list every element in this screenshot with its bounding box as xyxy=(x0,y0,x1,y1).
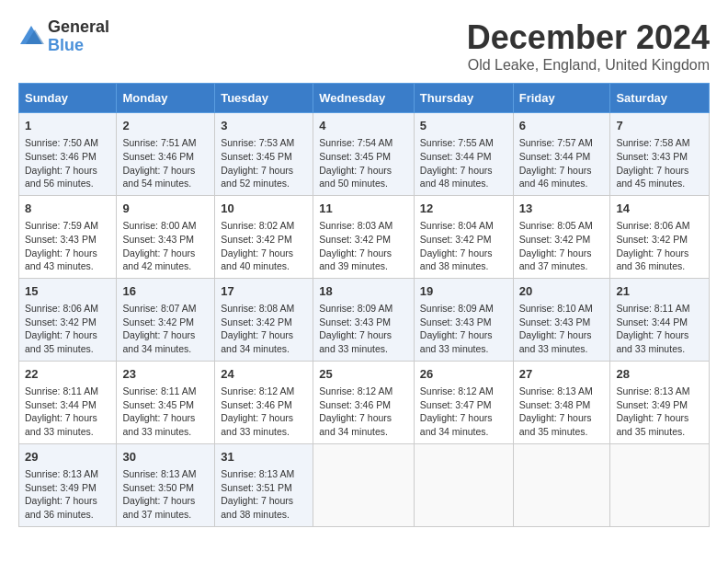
sunset-label: Sunset: 3:50 PM xyxy=(122,482,194,493)
day-number: 7 xyxy=(616,118,703,134)
day-number: 4 xyxy=(319,118,408,134)
daylight-label: Daylight: 7 hours and 37 minutes. xyxy=(122,495,195,520)
calendar-cell: 28Sunrise: 8:13 AMSunset: 3:49 PMDayligh… xyxy=(610,361,710,443)
sunset-label: Sunset: 3:43 PM xyxy=(319,316,391,327)
sunrise-label: Sunrise: 7:54 AM xyxy=(319,137,392,148)
calendar-cell: 14Sunrise: 8:06 AMSunset: 3:42 PMDayligh… xyxy=(610,195,710,278)
day-number: 23 xyxy=(122,366,209,383)
day-number: 11 xyxy=(319,201,408,217)
column-header-tuesday: Tuesday xyxy=(215,84,313,113)
sunset-label: Sunset: 3:48 PM xyxy=(519,399,591,410)
column-header-friday: Friday xyxy=(513,84,610,113)
day-number: 19 xyxy=(420,283,507,300)
sunset-label: Sunset: 3:42 PM xyxy=(221,234,292,245)
calendar-cell: 7Sunrise: 7:58 AMSunset: 3:43 PMDaylight… xyxy=(610,113,710,196)
calendar-cell: 25Sunrise: 8:12 AMSunset: 3:46 PMDayligh… xyxy=(313,361,415,443)
calendar-cell: 5Sunrise: 7:55 AMSunset: 3:44 PMDaylight… xyxy=(414,113,513,196)
logo-text: General Blue xyxy=(48,18,109,55)
daylight-label: Daylight: 7 hours and 35 minutes. xyxy=(519,412,592,437)
sunset-label: Sunset: 3:43 PM xyxy=(616,151,688,162)
column-header-sunday: Sunday xyxy=(19,84,117,113)
day-number: 17 xyxy=(221,283,307,300)
calendar-week-row: 1Sunrise: 7:50 AMSunset: 3:46 PMDaylight… xyxy=(19,113,710,196)
sunrise-label: Sunrise: 8:05 AM xyxy=(519,220,593,231)
sunrise-label: Sunrise: 7:50 AM xyxy=(25,137,98,148)
column-header-monday: Monday xyxy=(117,84,215,113)
calendar-cell: 20Sunrise: 8:10 AMSunset: 3:43 PMDayligh… xyxy=(513,278,610,361)
daylight-label: Daylight: 7 hours and 37 minutes. xyxy=(519,247,592,272)
sunset-label: Sunset: 3:42 PM xyxy=(25,316,97,327)
sunrise-label: Sunrise: 8:07 AM xyxy=(122,303,196,314)
calendar-cell xyxy=(513,443,610,526)
day-number: 3 xyxy=(221,118,307,134)
day-number: 27 xyxy=(519,366,605,383)
sunrise-label: Sunrise: 8:12 AM xyxy=(420,385,494,396)
daylight-label: Daylight: 7 hours and 36 minutes. xyxy=(25,495,97,520)
calendar-cell: 24Sunrise: 8:12 AMSunset: 3:46 PMDayligh… xyxy=(215,361,313,443)
sunrise-label: Sunrise: 8:09 AM xyxy=(319,303,392,314)
sunset-label: Sunset: 3:43 PM xyxy=(519,316,591,327)
sunset-label: Sunset: 3:43 PM xyxy=(122,234,194,245)
sunset-label: Sunset: 3:45 PM xyxy=(319,151,391,162)
day-number: 31 xyxy=(221,449,307,465)
sunrise-label: Sunrise: 8:09 AM xyxy=(420,303,494,314)
day-number: 22 xyxy=(25,366,110,383)
calendar-cell: 4Sunrise: 7:54 AMSunset: 3:45 PMDaylight… xyxy=(313,113,415,196)
calendar-cell: 27Sunrise: 8:13 AMSunset: 3:48 PMDayligh… xyxy=(513,361,610,443)
day-number: 30 xyxy=(122,449,209,465)
calendar-week-row: 22Sunrise: 8:11 AMSunset: 3:44 PMDayligh… xyxy=(19,361,710,443)
day-number: 5 xyxy=(420,118,507,134)
calendar-table: SundayMondayTuesdayWednesdayThursdayFrid… xyxy=(18,83,710,527)
day-number: 25 xyxy=(319,366,408,383)
calendar-header-row: SundayMondayTuesdayWednesdayThursdayFrid… xyxy=(19,84,710,113)
day-number: 2 xyxy=(122,118,209,134)
calendar-cell xyxy=(610,443,710,526)
sunrise-label: Sunrise: 7:59 AM xyxy=(25,220,98,231)
column-header-thursday: Thursday xyxy=(414,84,513,113)
day-number: 15 xyxy=(25,283,110,300)
calendar-cell: 21Sunrise: 8:11 AMSunset: 3:44 PMDayligh… xyxy=(610,278,710,361)
sunset-label: Sunset: 3:43 PM xyxy=(25,234,97,245)
sunrise-label: Sunrise: 8:02 AM xyxy=(221,220,294,231)
sunset-label: Sunset: 3:43 PM xyxy=(420,316,492,327)
daylight-label: Daylight: 7 hours and 38 minutes. xyxy=(221,495,293,520)
sunrise-label: Sunrise: 7:55 AM xyxy=(420,137,494,148)
calendar-cell: 26Sunrise: 8:12 AMSunset: 3:47 PMDayligh… xyxy=(414,361,513,443)
daylight-label: Daylight: 7 hours and 43 minutes. xyxy=(25,247,97,272)
sunset-label: Sunset: 3:44 PM xyxy=(25,399,97,410)
sunset-label: Sunset: 3:51 PM xyxy=(221,482,292,493)
sunset-label: Sunset: 3:49 PM xyxy=(616,399,688,410)
day-number: 9 xyxy=(122,201,209,217)
calendar-cell: 3Sunrise: 7:53 AMSunset: 3:45 PMDaylight… xyxy=(215,113,313,196)
day-number: 20 xyxy=(519,283,605,300)
calendar-cell: 23Sunrise: 8:11 AMSunset: 3:45 PMDayligh… xyxy=(117,361,215,443)
sunset-label: Sunset: 3:46 PM xyxy=(319,399,391,410)
daylight-label: Daylight: 7 hours and 45 minutes. xyxy=(616,165,688,190)
day-number: 6 xyxy=(519,118,605,134)
sunrise-label: Sunrise: 8:08 AM xyxy=(221,303,294,314)
calendar-cell: 13Sunrise: 8:05 AMSunset: 3:42 PMDayligh… xyxy=(513,195,610,278)
daylight-label: Daylight: 7 hours and 56 minutes. xyxy=(25,165,97,190)
calendar-cell: 2Sunrise: 7:51 AMSunset: 3:46 PMDaylight… xyxy=(117,113,215,196)
calendar-cell: 31Sunrise: 8:13 AMSunset: 3:51 PMDayligh… xyxy=(215,443,313,526)
daylight-label: Daylight: 7 hours and 33 minutes. xyxy=(616,329,688,354)
sunset-label: Sunset: 3:42 PM xyxy=(616,234,688,245)
logo: General Blue xyxy=(18,18,109,55)
day-number: 12 xyxy=(420,201,507,217)
sunrise-label: Sunrise: 8:00 AM xyxy=(122,220,196,231)
day-number: 21 xyxy=(616,283,703,300)
day-number: 24 xyxy=(221,366,307,383)
daylight-label: Daylight: 7 hours and 33 minutes. xyxy=(519,329,592,354)
day-number: 26 xyxy=(420,366,507,383)
sunset-label: Sunset: 3:47 PM xyxy=(420,399,492,410)
day-number: 13 xyxy=(519,201,605,217)
daylight-label: Daylight: 7 hours and 40 minutes. xyxy=(221,247,293,272)
daylight-label: Daylight: 7 hours and 34 minutes. xyxy=(420,412,493,437)
sunrise-label: Sunrise: 8:06 AM xyxy=(25,303,98,314)
logo-icon xyxy=(18,24,44,50)
logo-general: General xyxy=(48,18,109,37)
sunrise-label: Sunrise: 8:13 AM xyxy=(122,468,196,479)
daylight-label: Daylight: 7 hours and 54 minutes. xyxy=(122,165,195,190)
sunrise-label: Sunrise: 7:58 AM xyxy=(616,137,689,148)
calendar-cell: 15Sunrise: 8:06 AMSunset: 3:42 PMDayligh… xyxy=(19,278,117,361)
